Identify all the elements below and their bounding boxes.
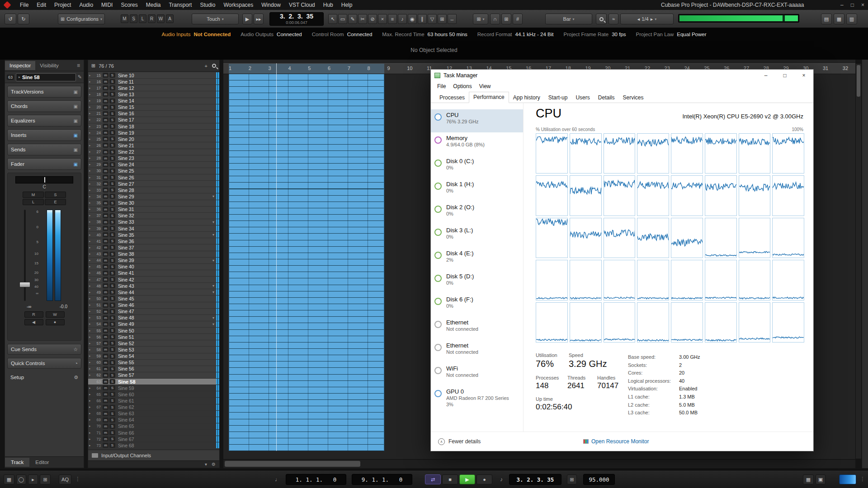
solo-button[interactable]: S [109,111,115,116]
track-row[interactable]: ▸51mSSine 46 [88,302,219,309]
perf-item-disk-5-d[interactable]: Disk 5 (D:)0% [431,271,523,294]
solo-button[interactable]: S [109,194,115,199]
pan-control[interactable] [15,176,73,183]
mute-button[interactable]: m [103,162,108,167]
track-row[interactable]: ▸33mSSine 28 [88,187,219,193]
perf-item-wifi[interactable]: WiFiNot connected [431,363,523,386]
expand-arrow-icon[interactable]: ▸ [89,278,94,282]
automation-mode-dropdown[interactable]: Touch ▾ [192,14,239,24]
fewer-details-button[interactable]: ∧ Fewer details [438,438,481,445]
track-row[interactable]: ▸48mSSine 43▾ [88,283,219,289]
expand-arrow-icon[interactable]: ▸ [89,354,94,358]
solo-button[interactable]: S [109,443,115,448]
redo-button[interactable]: ↻ [18,14,29,24]
close-button[interactable]: × [794,70,813,81]
erase-tool[interactable]: × [378,14,387,24]
solo-button[interactable]: S [109,373,115,378]
track-row[interactable]: ▸16mSSine 11 [88,79,219,85]
menu-workspaces[interactable]: Workspaces [219,1,257,9]
close-button[interactable]: × [861,2,864,8]
mute-button[interactable]: m [103,373,108,378]
track-row[interactable]: ▸62mSSine 57 [88,372,219,379]
automation-r-button[interactable]: R [148,14,156,23]
perf-item-gpu-0[interactable]: GPU 0AMD Radeon R7 200 Series3% [431,386,523,409]
perf-item-disk-2-o[interactable]: Disk 2 (O:)0% [431,202,523,225]
configurations-dropdown[interactable]: ⊞ Configurations ▾ [58,14,105,24]
solo-button[interactable]: S [109,169,115,174]
solo-button[interactable]: S [109,418,115,422]
mute-button[interactable]: m [103,277,108,282]
track-row[interactable]: ▸54mSSine 49▾ [88,321,219,328]
expand-arrow-icon[interactable]: ▸ [89,316,94,319]
solo-button[interactable]: S [109,92,115,97]
mute-tool[interactable]: ♪ [398,14,407,24]
expand-arrow-icon[interactable]: ▸ [89,431,94,435]
expand-arrow-icon[interactable]: ▸ [89,399,94,403]
solo-button[interactable]: S [109,322,115,327]
track-row[interactable]: ▸39mSSine 34 [88,225,219,232]
expand-arrow-icon[interactable]: ▸ [89,412,94,415]
solo-button[interactable]: S [109,290,115,295]
left-locator-display[interactable]: 1. 1. 1. 0 [286,474,346,485]
monitor-button[interactable]: ◀ [24,319,43,325]
auto-follow-button[interactable]: ▶ [242,14,252,24]
expand-arrow-icon[interactable]: ▸ [89,233,94,237]
record-button[interactable]: ● [476,474,492,484]
solo-button[interactable]: S [109,258,115,263]
tm-tab-services[interactable]: Services [618,93,647,103]
left-zone-button[interactable]: ▤ [821,14,832,24]
mute-button[interactable]: m [103,156,108,161]
mute-button[interactable]: m [103,430,108,435]
expand-arrow-icon[interactable]: ▸ [89,348,94,352]
menu-studio[interactable]: Studio [196,1,219,9]
perf-item-disk-0-c[interactable]: Disk 0 (C:)0% [431,155,523,178]
add-track-icon[interactable]: + [205,63,208,69]
perf-item-disk-4-e[interactable]: Disk 4 (E:)2% [431,248,523,271]
expand-arrow-icon[interactable]: ▸ [89,214,94,217]
chevron-down-icon[interactable]: ▾ [212,322,214,326]
expand-arrow-icon[interactable]: ▸ [89,195,94,198]
expand-arrow-icon[interactable]: ▸ [89,252,94,256]
track-row[interactable]: ▸47mSSine 42 [88,277,219,283]
menu-window[interactable]: Window [257,1,285,9]
mute-button[interactable]: m [103,124,108,129]
expand-arrow-icon[interactable]: ▸ [89,86,94,90]
mute-button[interactable]: m [103,226,108,231]
tab-track[interactable]: Track [5,458,29,467]
tm-tab-start-up[interactable]: Start-up [544,93,572,103]
track-row[interactable]: ▸31mSSine 26 [88,174,219,181]
track-row[interactable]: ▸44mSSine 39▾ [88,258,219,264]
mute-button[interactable]: m [103,328,108,333]
mute-button[interactable]: m [103,150,108,155]
track-row[interactable]: ▸60mSSine 55 [88,360,219,366]
menu-transport[interactable]: Transport [165,1,196,9]
section-cue-sends[interactable]: Cue Sends☆ [7,344,81,355]
timeline-events[interactable] [229,74,384,451]
draw-tool[interactable]: ✎ [348,14,357,24]
mute-button[interactable]: m [103,341,108,346]
mute-button[interactable]: m [103,366,108,371]
solo-button[interactable]: S [109,341,115,346]
expand-arrow-icon[interactable]: ▸ [89,144,94,147]
track-row[interactable]: ▸59mSSine 54 [88,353,219,360]
solo-button[interactable]: S [109,347,115,352]
expand-arrow-icon[interactable]: ▸ [89,176,94,179]
solo-button[interactable]: S [109,85,115,90]
expand-arrow-icon[interactable]: ▸ [89,329,94,333]
solo-button[interactable]: S [109,162,115,167]
menu-file[interactable]: File [16,1,33,9]
mute-button[interactable]: m [103,354,108,359]
tempo-display[interactable]: 95.000 [583,474,615,485]
expand-arrow-icon[interactable]: ▸ [89,444,94,447]
solo-button[interactable]: S [109,430,115,435]
expand-arrow-icon[interactable]: ▸ [89,310,94,313]
expand-arrow-icon[interactable]: ▸ [89,265,94,268]
expand-arrow-icon[interactable]: ▸ [89,105,94,109]
automation-a-button[interactable]: A [166,14,174,23]
expand-arrow-icon[interactable]: ▸ [89,227,94,230]
fader-handle[interactable] [19,282,30,287]
mute-button[interactable]: m [103,334,108,339]
solo-button[interactable]: S [109,309,115,314]
solo-button[interactable]: S [109,277,115,282]
expand-arrow-icon[interactable]: ▸ [89,373,94,377]
